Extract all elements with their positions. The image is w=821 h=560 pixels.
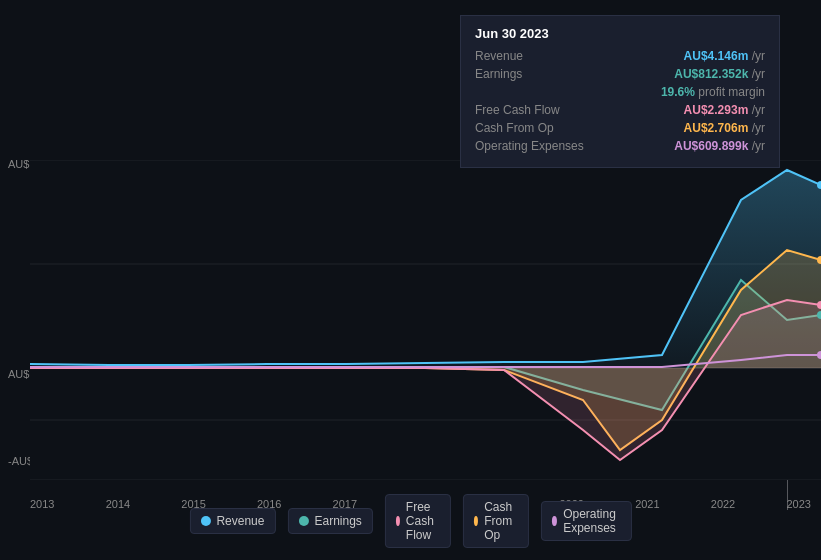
- tooltip-value-opex: AU$609.899k /yr: [674, 139, 765, 153]
- tooltip-label-revenue: Revenue: [475, 49, 605, 63]
- legend-item-opex[interactable]: Operating Expenses: [541, 501, 632, 541]
- legend-label-fcf: Free Cash Flow: [406, 500, 440, 542]
- tooltip-row-cfo: Cash From Op AU$2.706m /yr: [475, 121, 765, 135]
- tooltip-panel: Jun 30 2023 Revenue AU$4.146m /yr Earnin…: [460, 15, 780, 168]
- legend-dot-revenue: [200, 516, 210, 526]
- x-label-2014: 2014: [106, 498, 130, 510]
- tooltip-row-fcf: Free Cash Flow AU$2.293m /yr: [475, 103, 765, 117]
- tooltip-value-earnings: AU$812.352k /yr: [674, 67, 765, 81]
- tooltip-label-fcf: Free Cash Flow: [475, 103, 605, 117]
- tooltip-label-earnings: Earnings: [475, 67, 605, 81]
- x-label-2021: 2021: [635, 498, 659, 510]
- x-label-2022: 2022: [711, 498, 735, 510]
- legend-item-cfo[interactable]: Cash From Op: [463, 494, 529, 548]
- legend-dot-cfo: [474, 516, 478, 526]
- chart-svg: ● ● ● ● ●: [30, 160, 821, 480]
- legend-dot-opex: [552, 516, 557, 526]
- tooltip-row-profit-margin: 19.6% profit margin: [475, 85, 765, 99]
- legend-item-revenue[interactable]: Revenue: [189, 508, 275, 534]
- tooltip-profit-margin: 19.6% profit margin: [661, 85, 765, 99]
- legend-label-opex: Operating Expenses: [563, 507, 620, 535]
- legend-label-earnings: Earnings: [314, 514, 361, 528]
- tooltip-value-cfo: AU$2.706m /yr: [684, 121, 765, 135]
- legend-item-earnings[interactable]: Earnings: [287, 508, 372, 534]
- chart-legend: Revenue Earnings Free Cash Flow Cash Fro…: [189, 494, 631, 548]
- x-label-2013: 2013: [30, 498, 54, 510]
- tooltip-value-revenue: AU$4.146m /yr: [684, 49, 765, 63]
- legend-label-revenue: Revenue: [216, 514, 264, 528]
- tooltip-row-revenue: Revenue AU$4.146m /yr: [475, 49, 765, 63]
- tooltip-label-cfo: Cash From Op: [475, 121, 605, 135]
- x-label-2023: 2023: [786, 498, 810, 510]
- legend-label-cfo: Cash From Op: [484, 500, 518, 542]
- legend-dot-fcf: [396, 516, 400, 526]
- legend-dot-earnings: [298, 516, 308, 526]
- legend-item-fcf[interactable]: Free Cash Flow: [385, 494, 451, 548]
- chart-container: Jun 30 2023 Revenue AU$4.146m /yr Earnin…: [0, 0, 821, 560]
- tooltip-row-earnings: Earnings AU$812.352k /yr: [475, 67, 765, 81]
- tooltip-row-opex: Operating Expenses AU$609.899k /yr: [475, 139, 765, 153]
- tooltip-label-opex: Operating Expenses: [475, 139, 605, 153]
- tooltip-value-fcf: AU$2.293m /yr: [684, 103, 765, 117]
- tooltip-date: Jun 30 2023: [475, 26, 765, 41]
